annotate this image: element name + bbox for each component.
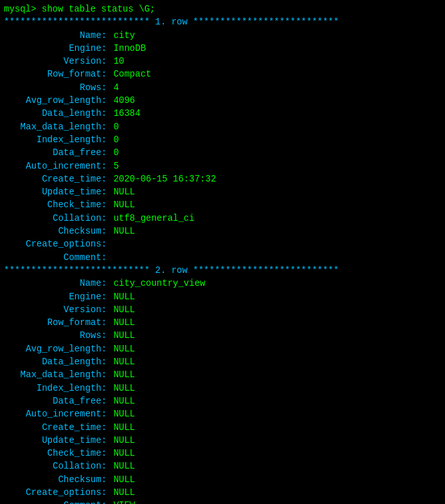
row1-comment: Comment: xyxy=(4,252,113,263)
row2-data-length: Data_length: NULL xyxy=(4,357,135,367)
row2-auto-increment: Auto_increment: NULL xyxy=(4,409,135,419)
terminal-output: mysql> show table status \G; ***********… xyxy=(4,3,441,504)
row1-checksum: Checksum: NULL xyxy=(4,226,135,236)
row2-checksum: Checksum: NULL xyxy=(4,474,135,485)
row2-separator: *************************** 2. row *****… xyxy=(4,265,339,275)
row2-engine: Engine: NULL xyxy=(4,292,135,302)
row2-max-data-length: Max_data_length: NULL xyxy=(4,369,135,380)
row1-row-format: Row_format: Compact xyxy=(4,69,151,79)
row1-separator: *************************** 1. row *****… xyxy=(4,17,339,27)
row2-create-time: Create_time: NULL xyxy=(4,422,135,433)
row1-create-options: Create_options: xyxy=(4,239,113,249)
row2-version: Version: NULL xyxy=(4,304,135,315)
row2-data-free: Data_free: NULL xyxy=(4,396,135,406)
row1-index-length: Index_length: 0 xyxy=(4,135,119,145)
row1-auto-increment: Auto_increment: 5 xyxy=(4,161,119,171)
row1-rows: Rows: 4 xyxy=(4,82,119,93)
row1-data-free: Data_free: 0 xyxy=(4,147,119,158)
row1-check-time: Check_time: NULL xyxy=(4,200,135,210)
row2-index-length: Index_length: NULL xyxy=(4,383,135,393)
prompt-line: mysql> show table status \G; xyxy=(4,4,155,14)
row2-check-time: Check_time: NULL xyxy=(4,448,135,458)
row1-name: Name: city xyxy=(4,30,135,41)
row2-row-format: Row_format: NULL xyxy=(4,317,135,328)
row1-engine: Engine: InnoDB xyxy=(4,43,146,53)
row1-avg-row-length: Avg_row_length: 4096 xyxy=(4,95,135,106)
row1-create-time: Create_time: 2020-06-15 16:37:32 xyxy=(4,174,216,184)
row2-collation: Collation: NULL xyxy=(4,461,135,471)
row1-max-data-length: Max_data_length: 0 xyxy=(4,122,119,132)
row2-rows: Rows: NULL xyxy=(4,330,135,341)
row1-data-length: Data_length: 16384 xyxy=(4,108,140,118)
row1-collation: Collation: utf8_general_ci xyxy=(4,213,194,223)
row2-name: Name: city_country_view xyxy=(4,278,205,288)
terminal-window: mysql> show table status \G; ***********… xyxy=(0,0,445,504)
row1-update-time: Update_time: NULL xyxy=(4,187,135,197)
row2-comment: Comment: VIEW xyxy=(4,500,135,504)
row2-update-time: Update_time: NULL xyxy=(4,435,135,445)
row2-avg-row-length: Avg_row_length: NULL xyxy=(4,344,135,354)
row1-version: Version: 10 xyxy=(4,56,124,66)
row2-create-options: Create_options: NULL xyxy=(4,487,135,498)
